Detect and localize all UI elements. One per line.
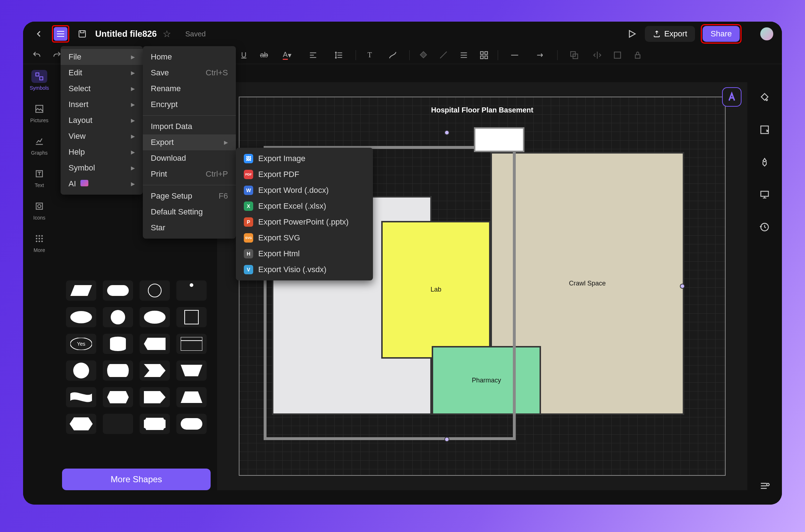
grid-toggle-button[interactable] xyxy=(476,48,492,62)
presentation-icon[interactable] xyxy=(757,187,773,203)
shape-parallelogram[interactable] xyxy=(66,280,96,301)
export-menu-export-svg[interactable]: SVGExport SVG xyxy=(236,230,373,246)
export-menu-export-powerpoint-pptx-[interactable]: PExport PowerPoint (.pptx) xyxy=(236,214,373,230)
selection-handle[interactable] xyxy=(444,437,449,442)
share-button[interactable]: Share xyxy=(703,26,740,42)
line-style-button[interactable] xyxy=(504,48,525,62)
line-spacing-button[interactable] xyxy=(328,48,350,62)
sidebar-item-symbols[interactable]: Symbols xyxy=(23,70,56,91)
file-menu-import-data[interactable]: Import Data xyxy=(143,119,236,134)
export-menu-export-visio-vsdx-[interactable]: VExport Visio (.vsdx) xyxy=(236,262,373,278)
file-menu-encrypt[interactable]: Encrypt xyxy=(143,97,236,112)
menu-item-insert[interactable]: Insert▸ xyxy=(61,97,143,112)
export-menu-export-word-docx-[interactable]: WExport Word (.docx) xyxy=(236,182,373,198)
shape-ticket[interactable] xyxy=(140,414,170,434)
shape-circle-outline[interactable] xyxy=(140,280,170,301)
history-icon[interactable] xyxy=(757,219,773,235)
shape-yes[interactable]: Yes xyxy=(66,334,96,354)
arrow-style-button[interactable] xyxy=(530,48,551,62)
shape-person[interactable] xyxy=(176,280,207,301)
lock-button[interactable] xyxy=(630,48,646,62)
save-icon[interactable] xyxy=(75,27,89,41)
main-menu-button[interactable] xyxy=(54,27,67,41)
settings-list-icon[interactable] xyxy=(757,478,773,494)
menu-item-select[interactable]: Select▸ xyxy=(61,81,143,97)
file-menu-default-setting[interactable]: Default Setting xyxy=(143,204,236,220)
present-button[interactable] xyxy=(625,27,639,41)
shape-circle[interactable] xyxy=(103,307,133,327)
undo-button[interactable] xyxy=(29,48,45,62)
shape-rounded-rect[interactable] xyxy=(103,280,133,301)
text-tool-button[interactable]: T xyxy=(362,48,378,62)
shape-cylinder-h[interactable] xyxy=(103,360,133,381)
shape-square-outline[interactable] xyxy=(176,307,207,327)
strikethrough-button[interactable]: ab xyxy=(256,48,272,62)
menu-item-view[interactable]: View▸ xyxy=(61,128,143,144)
font-color-button[interactable]: A ▾ xyxy=(276,48,298,62)
file-menu-download[interactable]: Download xyxy=(143,150,236,166)
shape-trapezoid-2[interactable] xyxy=(176,387,207,407)
share-button-label: Share xyxy=(711,29,732,39)
file-menu-page-setup[interactable]: Page SetupF6 xyxy=(143,188,236,204)
sidebar-item-icons[interactable]: Icons xyxy=(23,200,56,221)
group-align-button[interactable] xyxy=(456,48,472,62)
shape-cylinder[interactable] xyxy=(103,334,133,354)
shape-wave[interactable] xyxy=(66,387,96,407)
underline-button[interactable]: U xyxy=(236,48,252,62)
canvas[interactable]: Hospital Floor Plan Basement Crawl Space… xyxy=(217,82,747,490)
fill-icon[interactable] xyxy=(757,89,773,105)
align-button[interactable] xyxy=(302,48,324,62)
user-avatar[interactable] xyxy=(760,27,773,40)
group-button[interactable] xyxy=(610,48,625,62)
menu-item-ai[interactable]: AI ▸ xyxy=(61,176,143,192)
file-menu-print[interactable]: PrintCtrl+P xyxy=(143,166,236,182)
shape-lines[interactable] xyxy=(103,414,133,434)
file-menu-export[interactable]: Export▸ xyxy=(143,134,236,150)
menu-item-help[interactable]: Help▸ xyxy=(61,144,143,160)
shape-hexagon[interactable] xyxy=(66,414,96,434)
export-side-icon[interactable] xyxy=(757,122,773,138)
shape-circle-2[interactable] xyxy=(66,360,96,381)
file-menu-star[interactable]: Star xyxy=(143,220,236,236)
selection-handle[interactable] xyxy=(680,284,685,289)
export-button[interactable]: Export xyxy=(645,26,695,42)
flip-h-button[interactable] xyxy=(589,48,605,62)
shape-pentagon[interactable] xyxy=(140,387,170,407)
export-menu-export-html[interactable]: HExport Html xyxy=(236,246,373,262)
export-menu-export-pdf[interactable]: PDFExport PDF xyxy=(236,167,373,182)
shape-trapezoid[interactable] xyxy=(176,360,207,381)
menu-item-edit[interactable]: Edit▸ xyxy=(61,65,143,81)
favorite-star-icon[interactable]: ☆ xyxy=(163,28,171,40)
shape-card[interactable] xyxy=(176,334,207,354)
layers-button[interactable] xyxy=(563,48,585,62)
shape-display[interactable] xyxy=(140,334,170,354)
export-menu-export-excel-xlsx-[interactable]: XExport Excel (.xlsx) xyxy=(236,198,373,214)
shape-stadium[interactable] xyxy=(176,414,207,434)
connector-button[interactable] xyxy=(382,48,404,62)
file-menu-save[interactable]: SaveCtrl+S xyxy=(143,65,236,81)
more-shapes-button[interactable]: More Shapes xyxy=(62,469,211,490)
menu-item-symbol[interactable]: Symbol▸ xyxy=(61,160,143,176)
fill-button[interactable] xyxy=(415,48,431,62)
export-menu-export-image[interactable]: 🖼Export Image xyxy=(236,151,373,167)
sidebar-item-text[interactable]: Text xyxy=(23,167,56,188)
file-title[interactable]: Untitled file826 xyxy=(95,29,157,39)
file-menu-home[interactable]: Home xyxy=(143,49,236,65)
selection-handle[interactable] xyxy=(444,130,449,135)
sidebar-item-pictures[interactable]: Pictures xyxy=(23,102,56,123)
room-lab[interactable]: Lab xyxy=(381,221,491,359)
sidebar-item-more[interactable]: More xyxy=(23,232,56,253)
room-pharmacy[interactable]: Pharmacy xyxy=(432,346,541,415)
shape-ribbon[interactable] xyxy=(103,387,133,407)
ai-badge[interactable] xyxy=(722,87,742,107)
shape-ellipse[interactable] xyxy=(66,307,96,327)
menu-item-layout[interactable]: Layout▸ xyxy=(61,112,143,128)
sidebar-item-graphs[interactable]: Graphs xyxy=(23,135,56,156)
menu-item-file[interactable]: File▸ xyxy=(61,49,143,65)
stroke-button[interactable] xyxy=(436,48,452,62)
file-menu-rename[interactable]: Rename xyxy=(143,81,236,97)
back-button[interactable] xyxy=(32,27,46,41)
theme-icon[interactable] xyxy=(757,154,773,170)
shape-arrow-shape[interactable] xyxy=(140,360,170,381)
shape-ellipse-2[interactable] xyxy=(140,307,170,327)
